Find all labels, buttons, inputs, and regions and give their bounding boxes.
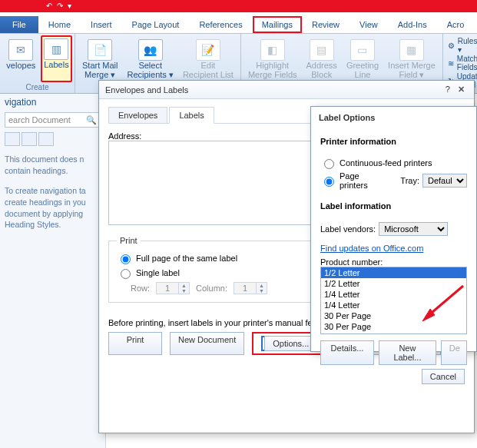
edit-list-icon: 📝 <box>196 39 220 61</box>
product-number-label: Product number: <box>320 257 467 267</box>
tray-select[interactable]: Default tra <box>422 174 467 187</box>
rules-icon: ⚙ <box>448 41 455 50</box>
mail-merge-icon: 📄 <box>88 39 112 61</box>
new-document-button[interactable]: New Document <box>170 332 244 355</box>
radio-page-input[interactable] <box>324 177 334 187</box>
print-button[interactable]: Print <box>108 332 162 355</box>
radio-single-input[interactable] <box>121 269 131 279</box>
product-list-item[interactable]: 1/4 Letter <box>321 300 466 310</box>
col-label: Column: <box>196 284 227 293</box>
highlight-merge-button: ◧ Highlight Merge Fields <box>244 35 301 82</box>
product-list-item[interactable]: 1/2 Letter <box>321 278 466 289</box>
envelopes-button[interactable]: ✉ velopes <box>2 35 39 82</box>
row-input <box>157 283 178 294</box>
label-info-heading: Label information <box>320 201 467 211</box>
select-recipients-button[interactable]: 👥 Select Recipients ▾ <box>123 35 177 82</box>
tab-home[interactable]: Home <box>38 15 81 33</box>
print-legend: Print <box>117 236 141 245</box>
edit-rcp-label: Edit Recipient List <box>183 61 234 79</box>
greeting-line-button: ▭ Greeting Line <box>343 35 383 82</box>
tab-references[interactable]: References <box>189 15 252 33</box>
greeting-icon: ▭ <box>350 39 375 61</box>
greeting-label: Greeting Line <box>346 61 379 79</box>
radio-page-text: Page printers <box>340 171 389 190</box>
radio-single-text: Single label <box>136 268 180 277</box>
start-mm-label: Start Mail Merge ▾ <box>82 61 118 80</box>
insert-merge-field-button: ▦ Insert Merge Field ▾ <box>384 35 439 82</box>
labels-button[interactable]: ▥ Labels <box>41 35 71 82</box>
radio-page-printers[interactable]: Page printers Tray: Default tra <box>320 171 467 190</box>
nav-tab-pages[interactable] <box>22 132 37 146</box>
start-mail-merge-button[interactable]: 📄 Start Mail Merge ▾ <box>78 35 121 82</box>
radio-continuous[interactable]: Continuous-feed printers <box>320 157 467 169</box>
undo-icon[interactable]: ↶ <box>46 2 52 10</box>
envelope-icon: ✉ <box>8 39 33 61</box>
vendors-label: Label vendors: <box>320 224 376 234</box>
select-rcp-label: Select Recipients ▾ <box>127 61 173 80</box>
redo-icon[interactable]: ↷ <box>57 2 63 10</box>
navigation-pane: vigation earch Document 🔍 This document … <box>0 94 106 448</box>
radio-full-label: Full page of the same label <box>136 254 237 263</box>
product-number-listbox[interactable]: 1/2 Letter1/2 Letter1/4 Letter1/4 Letter… <box>320 267 467 334</box>
nav-title: vigation <box>5 97 101 108</box>
dialog-title: Envelopes and Labels <box>105 85 188 95</box>
close-icon[interactable]: ✕ <box>455 85 468 94</box>
help-icon[interactable]: ? <box>446 85 450 94</box>
labels-label: Labels <box>44 60 68 69</box>
tab-page-layout[interactable]: Page Layout <box>122 15 190 33</box>
group-create-label: Create <box>25 82 48 93</box>
product-list-item[interactable]: 1/4 Letter <box>321 289 466 300</box>
product-list-item[interactable]: 1/2 Letter <box>321 267 466 278</box>
tab-addins[interactable]: Add-Ins <box>388 15 437 33</box>
labels-icon: ▥ <box>44 38 68 60</box>
address-icon: ▤ <box>310 39 334 61</box>
options-button[interactable]: Options... <box>264 336 317 351</box>
tab-review[interactable]: Review <box>302 15 349 33</box>
tab-insert[interactable]: Insert <box>81 15 122 33</box>
tab-file[interactable]: File <box>0 16 38 33</box>
tray-label: Tray: <box>400 176 419 185</box>
ribbon-tabs: File Home Insert Page Layout References … <box>0 12 477 34</box>
address-block-button: ▤ Address Block <box>303 35 341 82</box>
printer-info-heading: Printer information <box>320 137 467 146</box>
qat-dropdown-icon[interactable]: ▾ <box>68 2 71 10</box>
highlight-icon: ◧ <box>260 39 285 61</box>
match-icon: ≋ <box>448 59 454 68</box>
radio-full-input[interactable] <box>121 254 131 264</box>
product-list-item[interactable]: 30 Per Page <box>321 321 466 332</box>
recipients-icon: 👥 <box>138 39 163 61</box>
label-options-title: Label Options <box>319 113 375 122</box>
vendors-select[interactable]: Microsoft <box>379 222 448 236</box>
product-list-item[interactable]: 30 Per Page <box>321 310 466 321</box>
match-fields-button: ≋Match Fields <box>448 55 477 71</box>
nav-tab-headings[interactable] <box>5 132 20 146</box>
nav-tab-results[interactable] <box>38 132 54 146</box>
tab-mailings[interactable]: Mailings <box>253 16 302 33</box>
search-placeholder: earch Document <box>8 115 71 124</box>
radio-continuous-text: Continuous-feed printers <box>340 158 432 168</box>
tab-labels[interactable]: Labels <box>169 107 214 124</box>
nav-msg-1: This document does n contain headings. <box>5 154 101 176</box>
nav-msg-2: To create navigation ta create headings … <box>5 185 101 231</box>
edit-recipient-list-button: 📝 Edit Recipient List <box>179 35 237 82</box>
highlight-label: Highlight Merge Fields <box>248 61 297 79</box>
find-updates-link[interactable]: Find updates on Office.com <box>320 244 467 253</box>
envelopes-label: velopes <box>6 61 35 70</box>
tab-acrobat[interactable]: Acro <box>437 15 475 33</box>
delete-button: De <box>441 340 467 365</box>
new-label-button[interactable]: New Label... <box>379 340 436 365</box>
row-label: Row: <box>131 284 150 293</box>
rules-button: ⚙Rules ▾ <box>448 37 477 54</box>
radio-continuous-input[interactable] <box>324 159 334 169</box>
details-button[interactable]: Details... <box>320 340 374 365</box>
col-input <box>234 283 256 294</box>
search-icon: 🔍 <box>86 115 97 125</box>
search-input[interactable]: earch Document 🔍 <box>5 112 101 128</box>
tab-envelopes[interactable]: Envelopes <box>108 107 167 123</box>
insertmf-icon: ▦ <box>399 39 424 61</box>
insertmf-label: Insert Merge Field ▾ <box>388 61 436 80</box>
tab-view[interactable]: View <box>349 15 388 33</box>
label-options-dialog: Label Options Printer information Contin… <box>310 106 477 352</box>
address-label: Address Block <box>306 61 337 79</box>
